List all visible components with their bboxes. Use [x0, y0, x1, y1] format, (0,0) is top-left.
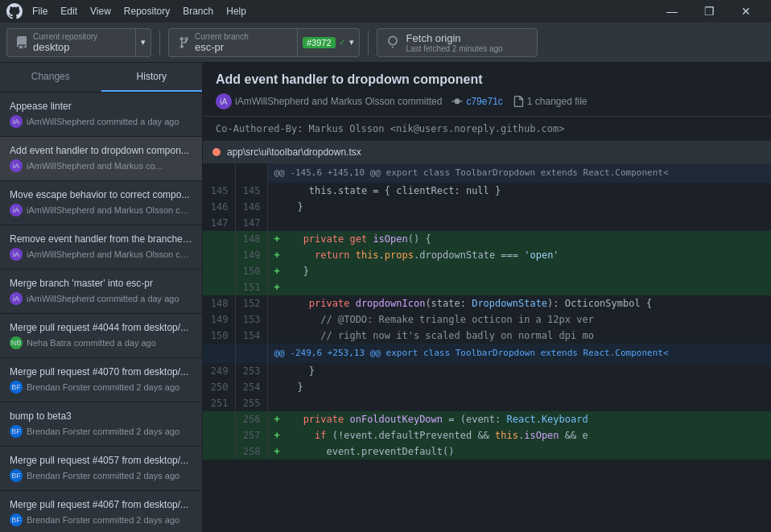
diff-line: 150 + }	[203, 263, 771, 279]
branch-button[interactable]: Current branch esc-pr	[168, 28, 297, 57]
branch-icon	[177, 36, 190, 49]
files-changed: 1 changed file	[527, 96, 588, 107]
commit-author: iA iAmWillShepherd committed a day ago	[10, 292, 192, 305]
fetch-button[interactable]: Fetch origin Last fetched 2 minutes ago	[377, 28, 538, 57]
commit-title: Add event handler to dropdown compon...	[10, 145, 192, 156]
commit-list: Appease linter iA iAmWillShepherd commit…	[0, 93, 202, 532]
pr-badge: #3972	[303, 37, 336, 48]
commit-author: BF Brendan Forster committed 2 days ago	[10, 513, 192, 526]
commit-author: BF Brendan Forster committed 2 days ago	[10, 425, 192, 438]
avatar: NB	[10, 336, 23, 349]
menu-edit[interactable]: Edit	[60, 6, 77, 17]
diff-container[interactable]: app\src\ui\toolbar\dropdown.tsx @@ -145,…	[203, 142, 771, 532]
commit-author: iA iAmWillShepherd and Markus co...	[10, 159, 192, 172]
diff-line: 251 255	[203, 395, 771, 411]
commit-item[interactable]: Merge pull request #4070 from desktop/..…	[0, 358, 202, 402]
main-layout: Changes History Appease linter iA iAmWil…	[0, 63, 771, 532]
commit-title: Remove event handler from the branches..…	[10, 233, 192, 245]
commit-author-text: iAmWillShepherd and Markus Olsson commit…	[235, 96, 442, 107]
commit-author: NB Neha Batra committed a day ago	[10, 336, 192, 349]
file-modified-dot	[212, 148, 221, 156]
repo-button[interactable]: Current repository desktop	[6, 28, 135, 57]
sidebar: Changes History Appease linter iA iAmWil…	[0, 63, 203, 532]
avatar: iA	[10, 115, 23, 128]
diff-line: 145 145 this.state = { clientRect: null …	[203, 183, 771, 199]
commit-meta: iA iAmWillShepherd and Markus Olsson com…	[216, 93, 758, 109]
file-icon	[513, 96, 524, 107]
tab-changes[interactable]: Changes	[0, 63, 101, 92]
menu-branch[interactable]: Branch	[183, 6, 213, 17]
commit-title: Appease linter	[10, 101, 192, 112]
diff-table: @@ -145,6 +145,10 @@ export class Toolba…	[203, 163, 771, 460]
commit-item[interactable]: Merge branch 'master' into esc-pr iA iAm…	[0, 270, 202, 314]
branch-pr-button[interactable]: #3972 ✓ ▾	[297, 28, 360, 57]
commit-item[interactable]: Move escape behavior to correct compo...…	[0, 181, 202, 225]
menu-view[interactable]: View	[90, 6, 111, 17]
commit-title: Merge pull request #4067 from desktop/..…	[10, 499, 192, 510]
titlebar-menu: File Edit View Repository Branch Help	[32, 6, 246, 17]
repo-section: Current repository desktop ▾	[6, 28, 151, 57]
repo-dropdown-button[interactable]: ▾	[135, 28, 151, 57]
commit-author-meta: iA iAmWillShepherd and Markus Olsson com…	[216, 93, 442, 109]
commit-hash[interactable]: c79e71c	[466, 96, 502, 107]
commit-title: Merge pull request #4070 from desktop/..…	[10, 366, 192, 377]
commit-body: Co-Authored-By: Markus Olsson <nik@users…	[203, 117, 771, 142]
commit-item[interactable]: Merge pull request #4057 from desktop/..…	[0, 447, 202, 491]
commit-title: bump to beta3	[10, 410, 192, 422]
branch-section: Current branch esc-pr #3972 ✓ ▾	[168, 28, 360, 57]
maximize-button[interactable]: ❐	[691, 0, 728, 23]
titlebar-controls: — ❐ ✕	[653, 0, 765, 23]
commit-title: Merge pull request #4057 from desktop/..…	[10, 455, 192, 466]
tab-history[interactable]: History	[101, 63, 203, 92]
repo-label: Current repository	[33, 32, 97, 41]
menu-repository[interactable]: Repository	[124, 6, 170, 17]
fetch-time: Last fetched 2 minutes ago	[406, 44, 503, 53]
commit-author: iA iAmWillShepherd committed a day ago	[10, 115, 192, 128]
commit-item[interactable]: bump to beta3 BF Brendan Forster committ…	[0, 402, 202, 447]
hunk-sep: @@ -249,6 +253,13 @@ export class Toolba…	[203, 344, 771, 363]
repo-icon	[15, 36, 28, 49]
commit-header-title: Add event handler to dropdown component	[216, 72, 758, 87]
repo-info: Current repository desktop	[33, 32, 97, 53]
branch-info: Current branch esc-pr	[195, 32, 249, 53]
avatar: BF	[10, 513, 23, 526]
branch-name: esc-pr	[195, 41, 249, 53]
commit-item[interactable]: Merge pull request #4067 from desktop/..…	[0, 491, 202, 532]
menu-file[interactable]: File	[32, 6, 47, 17]
close-button[interactable]: ✕	[728, 0, 765, 23]
diff-line: 256 + private onFoldoutKeyDown = (event:…	[203, 411, 771, 427]
sidebar-tabs: Changes History	[0, 63, 202, 93]
commit-item[interactable]: Add event handler to dropdown compon... …	[0, 137, 202, 181]
menu-help[interactable]: Help	[226, 6, 246, 17]
commit-title: Merge pull request #4044 from desktop/..…	[10, 322, 192, 333]
commit-item[interactable]: Remove event handler from the branches..…	[0, 225, 202, 270]
branch-label: Current branch	[195, 32, 249, 41]
github-logo	[6, 3, 23, 19]
commit-item[interactable]: Merge pull request #4044 from desktop/..…	[0, 314, 202, 358]
diff-line: 249 253 }	[203, 363, 771, 379]
avatar: iA	[10, 159, 23, 172]
diff-line: 146 146 }	[203, 199, 771, 215]
titlebar: File Edit View Repository Branch Help — …	[0, 0, 771, 23]
check-icon: ✓	[339, 37, 346, 47]
fetch-label: Fetch origin	[406, 32, 503, 44]
toolbar: Current repository desktop ▾ Current bra…	[0, 23, 771, 63]
titlebar-left: File Edit View Repository Branch Help	[6, 3, 246, 19]
diff-line: 258 + event.preventDefault()	[203, 443, 771, 460]
fetch-info: Fetch origin Last fetched 2 minutes ago	[406, 32, 503, 53]
avatar: BF	[10, 469, 23, 482]
avatar: iA	[10, 248, 23, 261]
commit-author: iA iAmWillShepherd and Markus Olsson co.…	[10, 204, 192, 217]
file-path: app\src\ui\toolbar\dropdown.tsx	[227, 146, 361, 158]
commit-author: iA iAmWillShepherd and Markus Olsson co.…	[10, 248, 192, 261]
diff-line: 250 254 }	[203, 379, 771, 395]
content-area: Add event handler to dropdown component …	[203, 63, 771, 532]
avatar: BF	[10, 425, 23, 438]
commit-item[interactable]: Appease linter iA iAmWillShepherd commit…	[0, 93, 202, 137]
branch-dropdown-arrow: ▾	[349, 37, 354, 47]
hunk-header-1: @@ -145,6 +145,10 @@ export class Toolba…	[203, 163, 771, 183]
minimize-button[interactable]: —	[653, 0, 691, 23]
divider-1	[159, 31, 160, 55]
repo-name: desktop	[33, 41, 97, 53]
diff-line: 151 +	[203, 279, 771, 295]
